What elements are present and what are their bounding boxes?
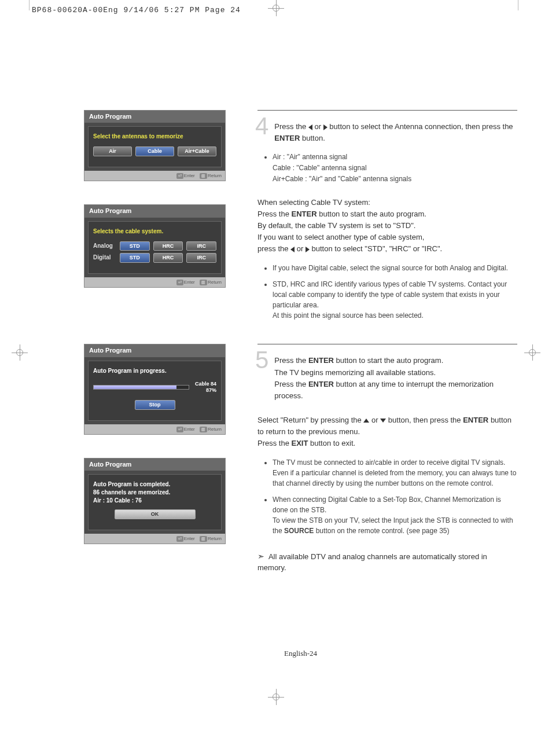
list-item: Air : "Air" antenna signal — [273, 152, 517, 162]
return-exit-detail: Select "Return" by pressing the or butto… — [257, 414, 517, 449]
osd-opt-std: STD — [120, 241, 150, 251]
osd-opt-irc: IRC — [186, 253, 216, 263]
osd-footer: ⏎Enter ▥Return — [84, 424, 225, 434]
step-number-4: 4 — [255, 114, 268, 138]
row-label-analog: Analog — [93, 242, 116, 250]
osd-footer: ⏎Enter ▥Return — [84, 171, 225, 181]
antenna-signal-list: Air : "Air" antenna signal Cable : "Cabl… — [273, 152, 517, 184]
right-arrow-icon — [306, 247, 310, 252]
page-footer: English-24 — [84, 648, 517, 659]
osd-opt-hrc: HRC — [153, 241, 183, 251]
list-item: When connecting Digital Cable to a Set-T… — [273, 494, 517, 536]
osd-title: Auto Program — [84, 111, 225, 123]
osd-opt-irc: IRC — [186, 241, 216, 251]
list-item: Air+Cable : "Air" and "Cable" antenna si… — [273, 174, 517, 184]
return-icon: ▥ — [200, 280, 207, 285]
osd-option-air: Air — [93, 146, 132, 156]
list-item: If you have Digital cable, select the si… — [273, 263, 517, 273]
osd-subtitle: Select the antennas to memorize — [93, 133, 216, 141]
final-note: ➣ All available DTV and analog channels … — [257, 551, 517, 573]
list-item: The TV must be connected to air/cable in… — [273, 457, 517, 489]
up-arrow-icon — [363, 419, 369, 423]
osd-subtitle: Auto Program in progress. — [93, 367, 216, 375]
enter-icon: ⏎ — [176, 280, 183, 285]
osd-title: Auto Program — [84, 344, 225, 357]
step5-notes-list: The TV must be connected to air/cable in… — [273, 457, 517, 536]
page-content: Auto Program Select the antennas to memo… — [0, 0, 552, 705]
osd-subtitle: Selects the cable system. — [93, 227, 216, 236]
right-arrow-icon — [323, 124, 327, 130]
left-arrow-icon — [308, 124, 312, 130]
cable-notes-list: If you have Digital cable, select the si… — [273, 263, 517, 321]
osd-stop-button: Stop — [135, 400, 175, 410]
return-icon: ▥ — [200, 173, 207, 179]
down-arrow-icon — [380, 419, 386, 423]
osd-footer: ⏎Enter ▥Return — [84, 534, 225, 544]
osd-screenshot-antennas: Auto Program Select the antennas to memo… — [84, 110, 226, 181]
note-arrow-icon: ➣ — [257, 552, 264, 561]
osd-opt-hrc: HRC — [153, 253, 183, 263]
osd-option-cable: Cable — [135, 146, 174, 156]
osd-option-aircable: Air+Cable — [178, 146, 216, 156]
enter-icon: ⏎ — [176, 427, 183, 432]
enter-icon: ⏎ — [176, 173, 183, 179]
progress-info: Cable 84 87% — [195, 381, 216, 394]
enter-icon: ⏎ — [176, 536, 183, 542]
cable-system-detail: When selecting Cable TV system: Press th… — [257, 197, 517, 255]
left-arrow-icon — [290, 247, 295, 252]
completed-line2: 86 channels are memorized. — [93, 489, 216, 497]
return-icon: ▥ — [200, 427, 207, 432]
list-item: Cable : "Cable" antenna signal — [273, 163, 517, 173]
osd-opt-std: STD — [120, 253, 150, 263]
completed-line3: Air : 10 Cable : 76 — [93, 497, 216, 505]
osd-title: Auto Program — [84, 458, 225, 471]
osd-title: Auto Program — [84, 205, 225, 217]
step5-text: Press the ENTER button to start the auto… — [274, 355, 517, 402]
return-icon: ▥ — [200, 536, 207, 542]
row-label-digital: Digital — [93, 254, 116, 262]
step4-text: Press the or button to select the Antenn… — [274, 121, 517, 144]
osd-screenshot-cable-system: Auto Program Selects the cable system. A… — [84, 204, 226, 288]
completed-line1: Auto Program is completed. — [93, 480, 216, 489]
osd-ok-button: OK — [115, 509, 196, 519]
progress-bar — [93, 385, 189, 390]
osd-screenshot-completed: Auto Program Auto Program is completed. … — [84, 458, 226, 544]
osd-footer: ⏎Enter ▥Return — [84, 277, 225, 287]
list-item: STD, HRC and IRC identify various types … — [273, 279, 517, 321]
step-number-5: 5 — [255, 348, 268, 372]
osd-screenshot-progress: Auto Program Auto Program in progress. C… — [84, 344, 226, 435]
